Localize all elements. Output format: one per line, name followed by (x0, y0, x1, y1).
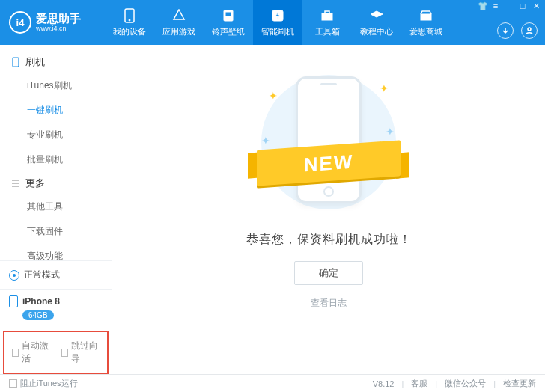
tutorial-icon (369, 8, 384, 23)
support-link[interactable]: 客服 (411, 378, 427, 389)
sidebar-item-batch-flash[interactable]: 批量刷机 (0, 147, 112, 172)
brand-name: 爱思助手 (36, 13, 81, 25)
status-label: 正常模式 (24, 269, 60, 281)
svg-point-8 (528, 28, 531, 31)
nav-label: 我的设备 (113, 26, 146, 37)
toolbox-icon (320, 8, 335, 23)
nav-toolbox[interactable]: 工具箱 (302, 0, 352, 45)
check-update-link[interactable]: 检查更新 (503, 378, 536, 389)
ok-button[interactable]: 确定 (294, 261, 363, 285)
device-info[interactable]: iPhone 8 64GB (0, 289, 112, 328)
sidebar-item-download-firmware[interactable]: 下载固件 (0, 219, 112, 244)
app-header: i4 爱思助手 www.i4.cn 我的设备 应用游戏 铃声壁纸 智能刷机 工具… (0, 0, 545, 45)
nav-flash[interactable]: 智能刷机 (253, 0, 302, 45)
nav-label: 铃声壁纸 (212, 26, 245, 37)
menu-icon[interactable]: ≡ (491, 2, 500, 11)
status-bar: 阻止iTunes运行 V8.12 | 客服 | 微信公众号 | 检查更新 (0, 374, 545, 392)
success-illustration: ✦ ✦ ✦ ✦ NEW (246, 67, 411, 217)
checkbox-label: 自动激活 (22, 340, 50, 365)
checkbox-skip-guide[interactable]: 跳过向导 (61, 340, 100, 365)
svg-rect-7 (421, 14, 431, 20)
flash-icon (270, 8, 285, 23)
checkbox-block-itunes[interactable]: 阻止iTunes运行 (9, 378, 78, 389)
svg-rect-9 (13, 58, 19, 67)
sidebar: 刷机 iTunes刷机 一键刷机 专业刷机 批量刷机 更多 其他工具 下载固件 … (0, 45, 112, 374)
maximize-icon[interactable]: □ (518, 2, 527, 11)
nav-shop[interactable]: 爱思商城 (401, 0, 451, 45)
brand-url: www.i4.cn (36, 25, 81, 32)
sidebar-item-other-tools[interactable]: 其他工具 (0, 195, 112, 219)
minimize-icon[interactable]: – (505, 2, 514, 11)
phone-icon (122, 8, 137, 23)
sidebar-group-label: 更多 (25, 177, 45, 190)
checkbox-auto-activate[interactable]: 自动激活 (12, 340, 51, 365)
device-mode-status[interactable]: 正常模式 (0, 260, 112, 289)
svg-rect-5 (322, 13, 332, 20)
logo[interactable]: i4 爱思助手 www.i4.cn (0, 0, 105, 45)
nav-my-device[interactable]: 我的设备 (105, 0, 154, 45)
apps-icon (171, 8, 186, 23)
nav-label: 工具箱 (315, 26, 340, 37)
wechat-link[interactable]: 微信公众号 (445, 378, 486, 389)
svg-rect-3 (225, 12, 231, 16)
close-icon[interactable]: ✕ (532, 2, 541, 11)
svg-point-1 (129, 19, 130, 21)
view-log-link[interactable]: 查看日志 (311, 297, 347, 310)
checkbox-label: 跳过向导 (71, 340, 100, 365)
download-icon[interactable] (497, 22, 514, 39)
version-label: V8.12 (373, 379, 395, 388)
main-content: ✦ ✦ ✦ ✦ NEW 恭喜您，保资料刷机成功啦！ 确定 查看日志 (112, 45, 545, 374)
nav-label: 爱思商城 (409, 26, 442, 37)
nav-tutorials[interactable]: 教程中心 (352, 0, 401, 45)
sidebar-item-one-click-flash[interactable]: 一键刷机 (0, 98, 112, 123)
checkbox-icon (12, 349, 19, 357)
nav-label: 智能刷机 (261, 26, 294, 37)
success-message: 恭喜您，保资料刷机成功啦！ (246, 232, 412, 248)
checkbox-label: 阻止iTunes运行 (20, 378, 78, 389)
nav-apps[interactable]: 应用游戏 (154, 0, 204, 45)
nav-label: 教程中心 (360, 26, 393, 37)
sidebar-group-label: 刷机 (25, 55, 45, 69)
nav-label: 应用游戏 (162, 26, 195, 37)
user-icon[interactable] (521, 22, 538, 39)
nav-ringtones[interactable]: 铃声壁纸 (204, 0, 253, 45)
checkbox-icon (61, 349, 68, 357)
sidebar-item-pro-flash[interactable]: 专业刷机 (0, 123, 112, 147)
shop-icon (418, 8, 433, 23)
sidebar-item-advanced[interactable]: 高级功能 (0, 244, 112, 260)
window-controls: 👕 ≡ – □ ✕ (478, 2, 541, 11)
flash-options-highlighted: 自动激活 跳过向导 (3, 331, 109, 374)
checkbox-icon (9, 379, 17, 388)
status-dot-icon (9, 270, 19, 281)
tshirt-icon[interactable]: 👕 (478, 2, 487, 11)
device-name: iPhone 8 (22, 296, 60, 307)
list-icon (10, 178, 21, 189)
music-icon (221, 8, 236, 23)
sidebar-item-itunes-flash[interactable]: iTunes刷机 (0, 73, 112, 98)
sidebar-group-flash: 刷机 (0, 51, 112, 73)
device-capacity-badge: 64GB (22, 310, 54, 320)
logo-icon: i4 (9, 11, 31, 34)
phone-icon (9, 295, 18, 307)
sidebar-group-more: 更多 (0, 172, 112, 195)
phone-icon (10, 57, 21, 67)
svg-rect-6 (325, 11, 329, 13)
